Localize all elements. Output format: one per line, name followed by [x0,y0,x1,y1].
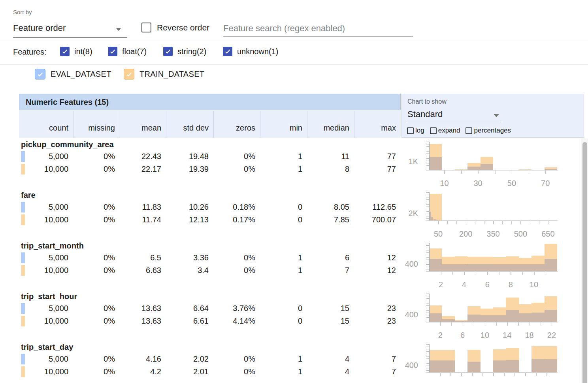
x-tick-label: 200 [454,229,478,239]
scrollbar-thumb[interactable] [582,142,587,383]
feature-type-label: string(2) [177,47,206,56]
stat-value: 10,000 [19,366,73,377]
y-axis-ruler [426,192,430,221]
feature-search-input[interactable] [223,21,413,37]
stat-value: 0% [213,265,260,276]
stat-value: 77 [354,151,401,162]
reverse-order-checkbox[interactable] [141,23,151,32]
feature-name: trip_start_hour [21,292,77,301]
histogram-bar [467,315,480,322]
column-header-mean: mean [120,111,166,138]
stat-value: 10,000 [19,265,73,276]
table-row: 5,0000%13.636.643.76%01523 [19,303,401,314]
stat-value: 19.39 [166,163,213,174]
x-tick-label: 50 [500,179,524,188]
histogram-bar [531,359,544,373]
column-header-missing: missing [73,111,120,138]
x-tick-label: 18 [518,331,541,340]
x-axis-tick [450,373,451,376]
x-axis-tick [530,322,530,326]
feature-type-checkbox[interactable] [60,47,70,56]
x-axis-tick [461,373,462,376]
stat-value: 4.14% [213,315,260,326]
table-row: 5,0000%22.4319.480%11177 [19,151,401,162]
feature-type-checkbox[interactable] [108,47,117,56]
stat-value: 77 [354,163,401,174]
chevron-down-icon [116,28,121,31]
dataset-label: TRAIN_DATASET [139,70,204,79]
feature-charts-body: 1K103050702K5020035050065040024681040026… [401,139,584,383]
stat-value: 10,000 [19,214,73,225]
x-tick-label: 50 [426,229,450,239]
x-axis-tick [441,272,442,275]
table-row: 10,0000%11.7412.130.17%07.85700.07 [19,214,401,225]
x-axis-tick [464,272,465,275]
histogram-bar [481,264,493,271]
x-axis-tick [504,373,505,376]
stat-value: 6.64 [166,303,213,314]
stat-value: 10,000 [19,315,73,326]
stat-value: 12.13 [166,214,213,225]
stat-value: 3.36 [166,252,213,263]
histogram-trip_start_month: 400246810 [401,241,584,291]
table-row: 10,0000%6.633.40%1712 [19,265,401,276]
x-axis-tick [451,322,452,326]
dataset-label: EVAL_DATASET [51,70,111,79]
stat-value: 0 [260,315,307,326]
x-tick-label: 2 [429,280,453,289]
feature-type-checkbox[interactable] [163,47,173,56]
stat-value: 0% [213,252,260,263]
stat-value: 10.26 [166,201,213,212]
feature-block-trip_start_day: trip_start_day5,0000%4.162.020%14710,000… [19,342,401,383]
feature-name: trip_start_day [21,343,73,352]
stat-value: 700.07 [354,214,401,225]
scrollbar-track[interactable] [581,138,588,383]
x-axis-tick [547,373,547,376]
legend-item-train_dataset: TRAIN_DATASET [124,69,204,80]
stat-value: 0% [73,366,120,377]
y-axis-label: 400 [401,310,424,319]
feature-name: pickup_community_area [21,140,114,149]
x-axis-tick [546,272,547,275]
x-axis-tick [466,221,467,224]
dataset-checkbox[interactable] [124,69,134,80]
x-axis-tick [493,221,494,224]
check-icon [62,48,68,55]
stat-value: 112.65 [354,201,401,212]
stat-value: 23 [354,303,401,314]
stat-value: 0 [260,201,307,212]
column-header-zeros: zeros [213,111,260,138]
x-tick-label: 30 [466,179,490,188]
x-axis-tick [545,171,546,174]
feature-stats-body: pickup_community_area5,0000%22.4319.480%… [19,139,401,383]
histogram-bar [442,264,454,271]
stat-value: 19.48 [166,151,213,162]
sort-by-select[interactable]: Feature order [13,20,127,38]
y-axis-ruler [426,344,430,373]
stat-value: 2.02 [166,353,213,364]
x-axis-tick [512,171,513,174]
histogram-bar [545,310,557,322]
x-axis-line [426,170,558,171]
y-axis-label: 400 [401,260,424,269]
stat-value: 4.16 [120,353,166,364]
log-checkbox[interactable] [407,127,414,134]
feature-type-filter-string: string(2) [163,47,206,56]
histogram-bar [519,313,531,322]
expand-checkbox[interactable] [430,127,437,134]
x-axis-tick [452,272,453,275]
feature-type-label: int(8) [74,47,92,56]
feature-type-checkbox[interactable] [223,47,232,56]
stat-value: 4.2 [120,366,166,377]
chart-to-show-select[interactable]: Standard [407,108,501,122]
percentages-checkbox[interactable] [466,127,472,134]
x-tick-label: 10 [473,331,497,340]
stat-value: 15 [307,303,354,314]
stat-value: 15 [307,315,354,326]
x-axis-tick [534,272,535,275]
stat-value: 8.05 [307,201,354,212]
sort-by-label: Sort by [13,9,32,15]
column-header-count: count [19,111,73,138]
stat-value: 4 [307,366,354,377]
dataset-checkbox[interactable] [35,69,45,80]
